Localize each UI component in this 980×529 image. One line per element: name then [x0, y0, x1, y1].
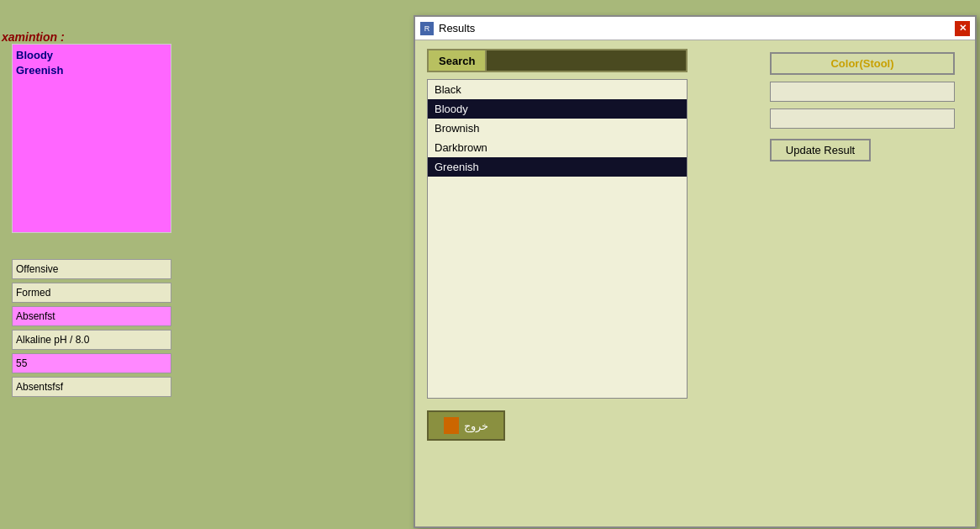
list-item[interactable]: Darkbrown [428, 138, 687, 157]
list-box[interactable]: BlackBloodyBrownishDarkbrownGreenish [427, 79, 688, 399]
modal-titlebar: R Results ✕ [415, 17, 975, 40]
modal-icon: R [420, 22, 434, 35]
color-stool-button[interactable]: Color(Stool) [770, 52, 955, 75]
modal-left-section: Search BlackBloodyBrownishDarkbrownGreen… [427, 49, 758, 441]
list-item[interactable]: Brownish [428, 119, 687, 138]
results-modal: R Results ✕ Search BlackBloodyBrownishDa… [414, 15, 977, 528]
exit-button[interactable]: خروج [427, 410, 505, 441]
result-input-1[interactable] [770, 82, 955, 102]
modal-overlay: R Results ✕ Search BlackBloodyBrownishDa… [0, 0, 980, 529]
search-button[interactable]: Search [427, 49, 487, 72]
search-bar: Search [427, 49, 688, 72]
modal-title-left: R Results [420, 22, 475, 35]
modal-title-text: Results [439, 22, 475, 34]
modal-right-section: Color(Stool) Update Result [770, 49, 963, 441]
update-result-button[interactable]: Update Result [770, 139, 871, 161]
list-item[interactable]: Bloody [428, 99, 687, 119]
list-item[interactable]: Black [428, 80, 687, 99]
list-item[interactable]: Greenish [428, 157, 687, 177]
result-input-2[interactable] [770, 108, 955, 129]
modal-close-button[interactable]: ✕ [955, 21, 970, 36]
exit-btn-container: خروج [427, 410, 688, 441]
search-input[interactable] [487, 49, 688, 72]
modal-body: Search BlackBloodyBrownishDarkbrownGreen… [415, 40, 975, 449]
modal-icon-label: R [424, 24, 430, 33]
exit-icon [444, 417, 459, 434]
exit-btn-label: خروج [464, 420, 488, 432]
